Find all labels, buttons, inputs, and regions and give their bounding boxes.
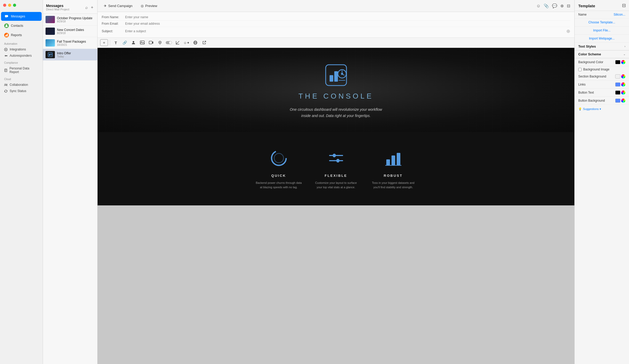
device-preview-icon[interactable]: ⊟ — [567, 3, 570, 8]
email-canvas: THE CONSOLE One circuitous dashboard wil… — [98, 48, 574, 364]
emoji-content-button[interactable]: ☺✦ — [183, 39, 190, 46]
sidebar-item-personal-data[interactable]: Personal Data Report — [0, 65, 43, 75]
button-text-color-picker[interactable] — [615, 90, 625, 95]
sidebar-item-contacts[interactable]: Contacts — [1, 21, 42, 30]
add-block-button[interactable]: ＋ — [100, 39, 108, 46]
resize-tool-button[interactable] — [174, 39, 182, 46]
links-color-picker[interactable] — [615, 82, 625, 87]
choose-template-button[interactable]: Choose Template... — [575, 18, 629, 27]
send-campaign-button[interactable]: ✈ Send Campaign — [102, 3, 134, 9]
text-styles-chevron: › — [625, 45, 625, 48]
from-email-row: From Email: — [102, 21, 570, 27]
message-name-travel: Fall Travel Packages — [57, 40, 95, 43]
svg-rect-17 — [140, 41, 144, 44]
search-icon[interactable]: ⌕ — [85, 5, 88, 10]
svg-point-11 — [5, 84, 6, 85]
reports-icon — [4, 33, 9, 37]
background-color-rainbow[interactable] — [621, 60, 625, 64]
button-bg-color-rainbow[interactable] — [621, 99, 625, 103]
preview-label: Preview — [145, 4, 157, 8]
subject-row: Subject: ⊕ — [102, 27, 570, 35]
button-bg-color-picker[interactable] — [615, 99, 625, 103]
svg-rect-45 — [397, 153, 400, 165]
background-color-picker[interactable] — [615, 60, 625, 64]
message-thumb-concert — [46, 28, 55, 35]
chat-icon[interactable]: 💬 — [552, 3, 557, 8]
link-tool-button[interactable]: 🔗 — [121, 39, 129, 46]
add-message-icon[interactable]: ＋ — [90, 5, 94, 10]
preview-icon: ◎ — [141, 4, 144, 8]
maximize-button[interactable] — [13, 4, 16, 7]
send-campaign-label: Send Campaign — [108, 4, 132, 8]
external-tool-button[interactable] — [200, 39, 208, 46]
sidebar-item-autoresponders[interactable]: Autoresponders — [0, 53, 43, 59]
svg-rect-14 — [49, 54, 50, 56]
message-item-october[interactable]: October Progress Update 8/29/18 — [43, 14, 97, 25]
message-thumb-intro — [46, 51, 55, 58]
sidebar-item-integrations[interactable]: Integrations — [0, 46, 43, 53]
import-file-button[interactable]: Import File... — [575, 27, 629, 35]
sidebar-item-reports[interactable]: Reports — [1, 31, 42, 40]
button-text-color-label: Button Text — [578, 91, 594, 94]
video-tool-button[interactable] — [147, 39, 155, 46]
device-toggle-icon[interactable]: ⊟ — [622, 3, 626, 8]
preview-button[interactable]: ◎ Preview — [139, 3, 159, 9]
editor-toolbar: ＋ T 🔗 ☺✦ — [98, 38, 574, 48]
topbar-icons: ☺ 📎 💬 ⊕ ⊟ — [536, 3, 570, 8]
feature-quick-icon — [255, 148, 302, 168]
subject-input[interactable] — [125, 29, 566, 33]
template-name-value[interactable]: Silicon... — [614, 13, 625, 16]
add-subject-icon[interactable]: ⊕ — [566, 28, 570, 34]
links-color-rainbow[interactable] — [621, 82, 625, 87]
background-image-checkbox[interactable] — [578, 68, 582, 71]
topbar: ✈ Send Campaign ◎ Preview ☺ 📎 💬 ⊕ ⊟ — [98, 0, 574, 12]
svg-rect-4 — [7, 34, 8, 36]
text-tool-button[interactable]: T — [112, 39, 120, 46]
globe-tool-button[interactable] — [191, 39, 199, 46]
sync-icon — [4, 89, 8, 93]
sidebar-item-sync-status[interactable]: Sync Status — [0, 88, 43, 94]
close-button[interactable] — [3, 4, 6, 7]
svg-rect-42 — [336, 159, 339, 162]
from-name-row: From Name: — [102, 14, 570, 21]
emoji-icon[interactable]: ☺ — [536, 4, 541, 8]
sidebar-item-collaboration[interactable]: Collaboration — [0, 82, 43, 88]
template-actions: Choose Template... Import File... Import… — [575, 18, 629, 43]
email-hero-section: THE CONSOLE One circuitous dashboard wil… — [98, 48, 574, 132]
template-name-row: Name Silicon... — [575, 11, 629, 18]
from-email-input[interactable] — [125, 22, 570, 25]
text-styles-section[interactable]: Text Styles › — [575, 43, 629, 50]
feature-flexible-desc: Customize your layout to surface your to… — [313, 181, 360, 190]
button-bg-color-row: Button Background — [575, 97, 629, 105]
reports-label: Reports — [11, 33, 22, 37]
text-styles-label: Text Styles — [578, 44, 596, 48]
autoresponders-label: Autoresponders — [10, 54, 32, 57]
suggestions-row[interactable]: 💡 Suggestions ▾ — [575, 105, 629, 113]
map-tool-button[interactable] — [156, 39, 164, 46]
import-webpage-button[interactable]: Import Webpage... — [575, 35, 629, 43]
svg-point-16 — [133, 41, 134, 43]
minimize-button[interactable] — [8, 4, 11, 7]
section-background-label: Section Background — [578, 75, 606, 78]
attachment-icon[interactable]: 📎 — [544, 3, 549, 8]
person-tool-button[interactable] — [130, 39, 137, 46]
svg-rect-43 — [386, 159, 390, 165]
message-name-concert: New Concert Dates — [57, 28, 95, 32]
color-scheme-section[interactable]: Color Scheme ⌄ — [575, 50, 629, 58]
feature-robust-icon — [370, 148, 417, 168]
automation-header: Automation — [0, 40, 43, 46]
message-item-intro[interactable]: Intro Offer Today — [43, 49, 97, 61]
section-background-rainbow[interactable] — [621, 74, 625, 79]
from-name-input[interactable] — [125, 15, 570, 19]
from-name-label: From Name: — [102, 15, 125, 19]
button-text-color-rainbow[interactable] — [621, 90, 625, 95]
more-icon[interactable]: ⊕ — [560, 3, 564, 8]
section-background-picker[interactable] — [615, 74, 625, 79]
toggle-tool-button[interactable] — [165, 39, 173, 46]
sidebar-item-messages[interactable]: Messages — [1, 12, 42, 21]
message-item-travel[interactable]: Fall Travel Packages 10/20/21 — [43, 37, 97, 49]
message-item-concert[interactable]: New Concert Dates 8/29/18 — [43, 25, 97, 37]
feature-quick-title: QUICK — [255, 174, 302, 178]
from-email-label: From Email: — [102, 22, 125, 25]
image-tool-button[interactable] — [138, 39, 146, 46]
